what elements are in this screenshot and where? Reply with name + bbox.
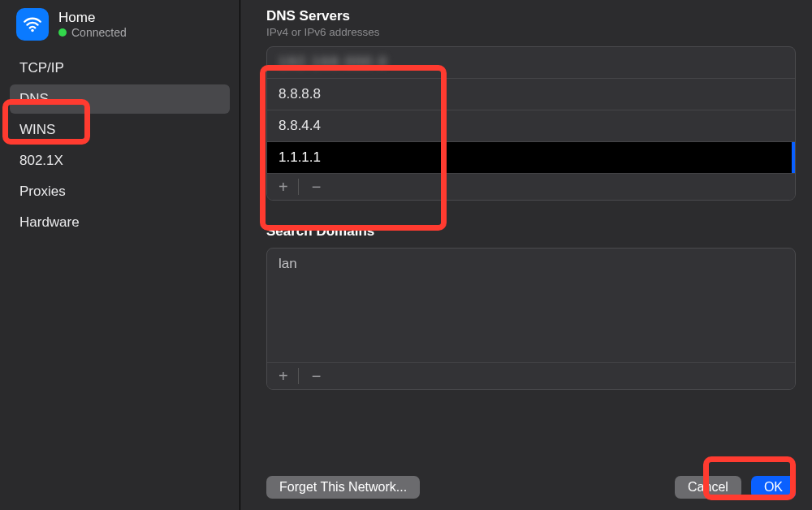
remove-domain-button[interactable]: − — [309, 368, 325, 384]
cancel-button[interactable]: Cancel — [675, 476, 741, 499]
dns-server-row[interactable]: 8.8.4.4 — [267, 110, 795, 142]
search-domains-title: Search Domains — [266, 223, 796, 240]
sidebar-list: TCP/IP DNS WINS 802.1X Proxies Hardware — [0, 54, 240, 237]
search-domains-footer: + − — [267, 362, 795, 389]
sidebar-item-8021x[interactable]: 802.1X — [10, 146, 230, 175]
wifi-icon — [16, 8, 49, 41]
search-domains-list[interactable]: lan + − — [266, 248, 796, 390]
bottom-bar: Forget This Network... Cancel OK — [266, 461, 796, 499]
ok-button[interactable]: OK — [751, 476, 796, 499]
sidebar: Home Connected TCP/IP DNS WINS 802.1X Pr… — [0, 0, 240, 510]
dns-server-input[interactable] — [267, 142, 795, 173]
dns-servers-list[interactable]: 192.168.000.0 8.8.8.8 8.8.4.4 + − — [266, 46, 796, 201]
status-dot-icon — [58, 28, 67, 37]
dns-servers-title: DNS Servers — [266, 8, 796, 24]
remove-dns-button[interactable]: − — [309, 179, 325, 195]
sidebar-item-proxies[interactable]: Proxies — [10, 177, 230, 206]
sidebar-item-wins[interactable]: WINS — [10, 115, 230, 145]
search-domain-row[interactable]: lan — [267, 249, 795, 279]
network-status-text: Connected — [71, 26, 127, 39]
main-panel: DNS Servers IPv4 or IPv6 addresses 192.1… — [240, 0, 812, 510]
sidebar-item-dns[interactable]: DNS — [10, 84, 230, 114]
svg-point-0 — [31, 29, 33, 32]
network-header: Home Connected — [0, 3, 240, 52]
dns-servers-subtitle: IPv4 or IPv6 addresses — [266, 26, 796, 38]
dns-server-row[interactable]: 192.168.000.0 — [267, 47, 795, 79]
sidebar-item-hardware[interactable]: Hardware — [10, 208, 230, 237]
dns-list-footer: + − — [267, 173, 795, 200]
sidebar-item-tcpip[interactable]: TCP/IP — [10, 54, 230, 83]
forget-network-button[interactable]: Forget This Network... — [266, 476, 420, 499]
dns-server-row-editing[interactable] — [267, 142, 795, 173]
add-domain-button[interactable]: + — [275, 368, 299, 384]
network-name: Home — [58, 10, 127, 26]
add-dns-button[interactable]: + — [275, 179, 299, 195]
network-status: Connected — [58, 26, 127, 39]
dns-server-row[interactable]: 8.8.8.8 — [267, 79, 795, 110]
